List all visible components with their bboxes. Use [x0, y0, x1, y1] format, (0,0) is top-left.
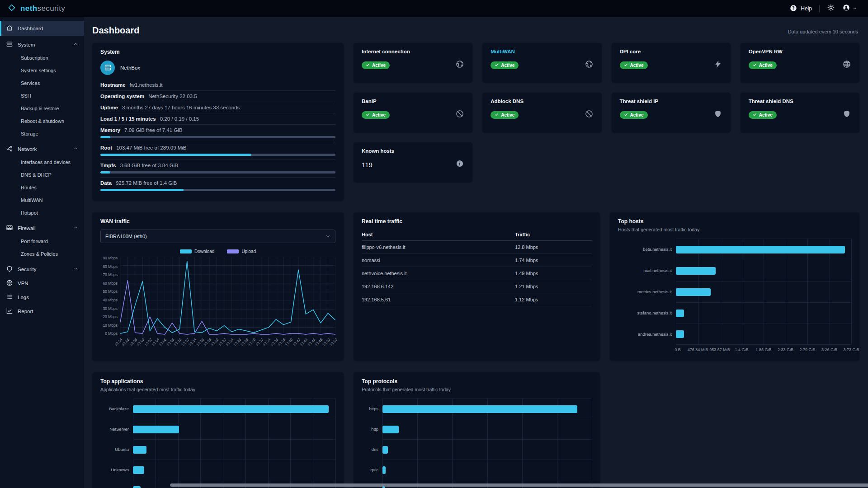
sidebar-item-services[interactable]: Services — [0, 77, 84, 89]
horizontal-scrollbar[interactable] — [170, 483, 868, 487]
sidebar-item-routes[interactable]: Routes — [0, 181, 84, 194]
info-label: Uptime — [100, 105, 118, 110]
sidebar-item-hotspot[interactable]: Hotspot — [0, 206, 84, 219]
legend-download: Download — [180, 249, 214, 254]
sidebar-item-system-settings[interactable]: System settings — [0, 64, 84, 77]
status-badge-label: Active — [501, 63, 514, 68]
bar-row — [382, 419, 592, 439]
settings-gear-icon[interactable] — [827, 4, 835, 14]
bar — [676, 288, 711, 296]
usage-progress-bar — [100, 154, 335, 156]
host-cell: 192.168.5.61 — [362, 297, 515, 302]
status-card-title: Adblock DNS — [491, 99, 593, 104]
category-label: beta.nethesis.it — [618, 239, 676, 260]
sidebar-item-firewall[interactable]: Firewall — [0, 221, 84, 235]
bar-row — [676, 281, 851, 302]
firewall-icon — [6, 224, 13, 232]
check-icon — [753, 63, 757, 68]
wan-interface-select[interactable]: FIBRA100M (eth0) — [100, 230, 335, 243]
x-tick-label: 13:10 — [173, 338, 183, 347]
info-value: 7.09 GiB free of 7.41 GiB — [124, 127, 183, 133]
sidebar-item-label: Hotspot — [21, 210, 38, 216]
x-tick-label: 13:42 — [292, 338, 302, 347]
upload-swatch — [227, 249, 239, 253]
table-row: 192.168.5.611.12 Mbps — [362, 293, 592, 306]
sidebar-item-multiwan[interactable]: MultiWAN — [0, 194, 84, 206]
x-tick-label: 0 B — [675, 347, 681, 352]
info-value: NethSecurity 22.03.5 — [148, 94, 197, 99]
main-content: Dashboard Data updated every 10 seconds … — [84, 17, 868, 488]
x-tick-label: 13:26 — [232, 338, 242, 347]
top-hosts-title: Top hosts — [618, 218, 851, 225]
wan-traffic-line-chart — [120, 257, 335, 336]
info-label: Root — [100, 145, 112, 150]
category-label: dns — [362, 439, 382, 460]
bar — [676, 246, 845, 253]
bar — [382, 426, 399, 433]
system-info-rows: Hostnamefw1.nethesis.itOperating systemN… — [100, 80, 335, 195]
x-tick-label: 13:32 — [255, 338, 264, 347]
sidebar-item-report[interactable]: Report — [0, 304, 84, 318]
shield-solid-icon — [713, 109, 722, 120]
help-button[interactable]: ? Help — [789, 4, 812, 14]
bar-row — [676, 324, 851, 345]
bar-plot — [382, 399, 592, 488]
status-card-title: DPI core — [620, 49, 722, 54]
sidebar-item-subscription[interactable]: Subscription — [0, 52, 84, 64]
traffic-cell: 1.21 Mbps — [515, 284, 592, 289]
usage-progress-bar — [100, 171, 335, 174]
sidebar-item-dashboard[interactable]: Dashboard — [0, 21, 84, 36]
category-label: Unknown — [100, 460, 133, 480]
status-badge: Active — [491, 61, 519, 69]
status-card-title[interactable]: MultiWAN — [491, 49, 593, 54]
usage-progress-bar — [100, 189, 335, 191]
traffic-column-header: Traffic — [515, 232, 592, 237]
sidebar-item-label: Interfaces and devices — [21, 160, 71, 165]
x-tick-label: 13:48 — [314, 338, 324, 347]
x-tick-label: 13:14 — [188, 338, 198, 347]
sidebar-item-network[interactable]: Network — [0, 142, 84, 156]
sidebar-item-logs[interactable]: Logs — [0, 290, 84, 304]
wan-x-axis-labels: 12:5412:5612:5813:0013:0213:0413:0613:08… — [120, 336, 335, 352]
status-badge: Active — [491, 111, 519, 119]
x-tick-label: 13:16 — [195, 338, 205, 347]
info-label: Load 1 / 5 / 15 minutes — [100, 116, 156, 122]
account-menu-button[interactable] — [842, 4, 857, 14]
sidebar-item-vpn[interactable]: VPN — [0, 276, 84, 290]
sidebar-item-system[interactable]: System — [0, 38, 84, 52]
sidebar-item-interfaces-and-devices[interactable]: Interfaces and devices — [0, 156, 84, 169]
y-tick-label: 50 Mbps — [100, 290, 118, 294]
sidebar-item-storage[interactable]: Storage — [0, 127, 84, 140]
sidebar-item-reboot-shutdown[interactable]: Reboot & shutdown — [0, 115, 84, 127]
status-card-banip: BanIPActive — [354, 93, 472, 132]
shield-solid-icon — [842, 109, 851, 120]
x-tick-label: 12:58 — [129, 338, 138, 347]
dashboard-grid: System NethBox Hostnamefw1.nethesis.itOp… — [92, 43, 858, 488]
bar — [133, 405, 329, 413]
info-label: Tmpfs — [100, 163, 116, 168]
sidebar-item-label: SSH — [21, 93, 31, 99]
sidebar-item-ssh[interactable]: SSH — [0, 89, 84, 102]
bar-plot — [676, 239, 851, 345]
wan-interface-value: FIBRA100M (eth0) — [105, 234, 147, 239]
sidebar-item-port-forward[interactable]: Port forward — [0, 235, 84, 248]
bar-row — [676, 239, 851, 260]
category-label: mail.nethesis.it — [618, 260, 676, 281]
bar — [133, 426, 179, 433]
x-tick-label: 13:18 — [203, 338, 212, 347]
sidebar-item-zones-policies[interactable]: Zones & Policies — [0, 248, 84, 260]
x-tick-label: 13:00 — [136, 338, 146, 347]
x-tick-label: 13:02 — [143, 338, 153, 347]
known-hosts-count: 119 — [362, 161, 373, 169]
x-tick-label: 1.86 GiB — [755, 347, 771, 352]
status-badge: Active — [749, 61, 777, 69]
bar — [133, 466, 144, 474]
bar-plot — [133, 399, 335, 488]
category-labels: beta.nethesis.itmail.nethesis.itmetrics.… — [618, 239, 676, 345]
sidebar-item-dns-dhcp[interactable]: DNS & DHCP — [0, 169, 84, 181]
app-logo[interactable]: nethsecurity — [0, 3, 84, 14]
chevron-up-icon — [73, 42, 78, 47]
top-hosts-subtitle: Hosts that generated most traffic today — [618, 227, 851, 232]
sidebar-item-security[interactable]: Security — [0, 262, 84, 276]
sidebar-item-backup-restore[interactable]: Backup & restore — [0, 102, 84, 115]
